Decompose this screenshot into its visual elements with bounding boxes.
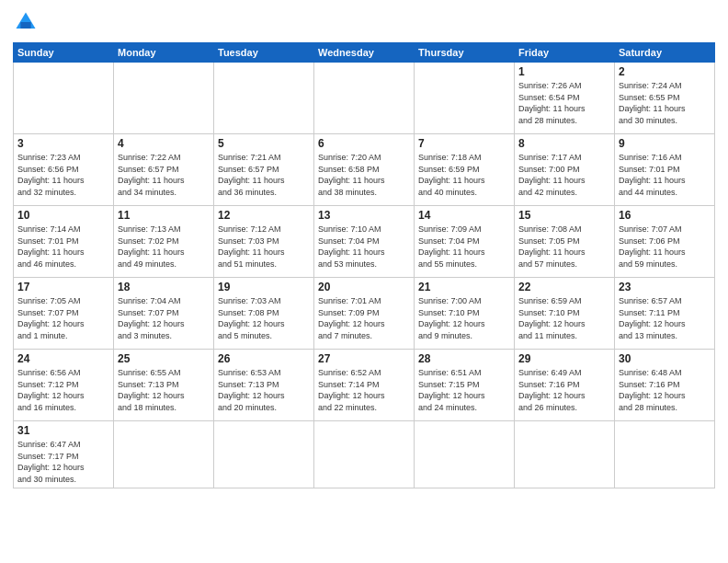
calendar-cell: 11Sunrise: 7:13 AM Sunset: 7:02 PM Dayli… [114, 206, 214, 278]
calendar-cell: 9Sunrise: 7:16 AM Sunset: 7:01 PM Daylig… [615, 134, 715, 206]
calendar-cell: 20Sunrise: 7:01 AM Sunset: 7:09 PM Dayli… [314, 278, 415, 350]
day-info: Sunrise: 7:13 AM Sunset: 7:02 PM Dayligh… [118, 224, 210, 270]
day-number: 18 [118, 281, 210, 293]
calendar-cell: 16Sunrise: 7:07 AM Sunset: 7:06 PM Dayli… [615, 206, 715, 278]
logo [13, 9, 42, 35]
day-info: Sunrise: 7:03 AM Sunset: 7:08 PM Dayligh… [218, 295, 310, 341]
calendar-cell: 17Sunrise: 7:05 AM Sunset: 7:07 PM Dayli… [14, 278, 114, 350]
calendar-table: SundayMondayTuesdayWednesdayThursdayFrid… [13, 42, 715, 488]
day-info: Sunrise: 6:57 AM Sunset: 7:11 PM Dayligh… [619, 295, 711, 341]
day-info: Sunrise: 6:48 AM Sunset: 7:16 PM Dayligh… [619, 367, 711, 413]
header [13, 9, 715, 35]
calendar-cell: 12Sunrise: 7:12 AM Sunset: 7:03 PM Dayli… [214, 206, 314, 278]
day-number: 16 [619, 209, 711, 222]
day-number: 7 [418, 137, 510, 150]
calendar-cell: 26Sunrise: 6:53 AM Sunset: 7:13 PM Dayli… [214, 350, 314, 421]
day-number: 26 [218, 352, 310, 365]
day-number: 14 [418, 209, 510, 222]
calendar-cell: 27Sunrise: 6:52 AM Sunset: 7:14 PM Dayli… [314, 350, 415, 421]
day-number: 12 [218, 209, 310, 222]
day-info: Sunrise: 7:24 AM Sunset: 6:55 PM Dayligh… [619, 80, 711, 126]
calendar-cell [314, 421, 415, 488]
calendar-cell: 25Sunrise: 6:55 AM Sunset: 7:13 PM Dayli… [114, 350, 214, 421]
day-number: 23 [619, 281, 711, 293]
calendar-cell [415, 421, 515, 488]
day-number: 5 [218, 137, 310, 150]
calendar-cell: 3Sunrise: 7:23 AM Sunset: 6:56 PM Daylig… [14, 134, 114, 206]
calendar-cell: 24Sunrise: 6:56 AM Sunset: 7:12 PM Dayli… [14, 350, 114, 421]
calendar-cell: 23Sunrise: 6:57 AM Sunset: 7:11 PM Dayli… [615, 278, 715, 350]
day-info: Sunrise: 7:10 AM Sunset: 7:04 PM Dayligh… [318, 224, 410, 270]
calendar-row: 31Sunrise: 6:47 AM Sunset: 7:17 PM Dayli… [14, 421, 715, 488]
calendar-cell: 10Sunrise: 7:14 AM Sunset: 7:01 PM Dayli… [14, 206, 114, 278]
day-info: Sunrise: 6:59 AM Sunset: 7:10 PM Dayligh… [518, 295, 610, 341]
calendar-cell: 30Sunrise: 6:48 AM Sunset: 7:16 PM Dayli… [615, 350, 715, 421]
day-info: Sunrise: 7:22 AM Sunset: 6:57 PM Dayligh… [118, 152, 210, 198]
day-number: 4 [118, 137, 210, 150]
day-info: Sunrise: 7:12 AM Sunset: 7:03 PM Dayligh… [218, 224, 310, 270]
calendar-cell: 29Sunrise: 6:49 AM Sunset: 7:16 PM Dayli… [515, 350, 615, 421]
calendar-cell: 1Sunrise: 7:26 AM Sunset: 6:54 PM Daylig… [515, 63, 615, 134]
day-info: Sunrise: 6:49 AM Sunset: 7:16 PM Dayligh… [518, 367, 610, 413]
calendar-cell: 5Sunrise: 7:21 AM Sunset: 6:57 PM Daylig… [214, 134, 314, 206]
weekday-header-thursday: Thursday [415, 43, 515, 63]
day-info: Sunrise: 6:47 AM Sunset: 7:17 PM Dayligh… [17, 439, 109, 485]
calendar-cell: 31Sunrise: 6:47 AM Sunset: 7:17 PM Dayli… [14, 421, 114, 488]
day-info: Sunrise: 7:07 AM Sunset: 7:06 PM Dayligh… [619, 224, 711, 270]
day-number: 30 [619, 352, 711, 365]
weekday-header-monday: Monday [114, 43, 214, 63]
day-number: 17 [17, 281, 109, 293]
day-info: Sunrise: 7:21 AM Sunset: 6:57 PM Dayligh… [218, 152, 310, 198]
day-info: Sunrise: 6:52 AM Sunset: 7:14 PM Dayligh… [318, 367, 410, 413]
calendar-row: 1Sunrise: 7:26 AM Sunset: 6:54 PM Daylig… [14, 63, 715, 134]
day-info: Sunrise: 7:20 AM Sunset: 6:58 PM Dayligh… [318, 152, 410, 198]
calendar-row: 17Sunrise: 7:05 AM Sunset: 7:07 PM Dayli… [14, 278, 715, 350]
weekday-header-saturday: Saturday [615, 43, 715, 63]
day-info: Sunrise: 6:53 AM Sunset: 7:13 PM Dayligh… [218, 367, 310, 413]
day-number: 27 [318, 352, 410, 365]
calendar-cell: 2Sunrise: 7:24 AM Sunset: 6:55 PM Daylig… [615, 63, 715, 134]
day-number: 11 [118, 209, 210, 222]
calendar-cell [114, 63, 214, 134]
day-number: 13 [318, 209, 410, 222]
day-info: Sunrise: 7:00 AM Sunset: 7:10 PM Dayligh… [418, 295, 510, 341]
day-number: 10 [17, 209, 109, 222]
calendar-cell: 28Sunrise: 6:51 AM Sunset: 7:15 PM Dayli… [415, 350, 515, 421]
day-info: Sunrise: 7:04 AM Sunset: 7:07 PM Dayligh… [118, 295, 210, 341]
day-info: Sunrise: 7:01 AM Sunset: 7:09 PM Dayligh… [318, 295, 410, 341]
weekday-header-friday: Friday [515, 43, 615, 63]
calendar-cell: 14Sunrise: 7:09 AM Sunset: 7:04 PM Dayli… [415, 206, 515, 278]
weekday-header-row: SundayMondayTuesdayWednesdayThursdayFrid… [14, 43, 715, 63]
day-number: 15 [518, 209, 610, 222]
day-info: Sunrise: 7:18 AM Sunset: 6:59 PM Dayligh… [418, 152, 510, 198]
day-number: 31 [17, 424, 109, 437]
weekday-header-sunday: Sunday [14, 43, 114, 63]
day-number: 20 [318, 281, 410, 293]
day-info: Sunrise: 7:17 AM Sunset: 7:00 PM Dayligh… [518, 152, 610, 198]
calendar-row: 24Sunrise: 6:56 AM Sunset: 7:12 PM Dayli… [14, 350, 715, 421]
calendar-row: 3Sunrise: 7:23 AM Sunset: 6:56 PM Daylig… [14, 134, 715, 206]
day-number: 25 [118, 352, 210, 365]
day-number: 24 [17, 352, 109, 365]
calendar-cell: 7Sunrise: 7:18 AM Sunset: 6:59 PM Daylig… [415, 134, 515, 206]
day-info: Sunrise: 7:26 AM Sunset: 6:54 PM Dayligh… [518, 80, 610, 126]
page: SundayMondayTuesdayWednesdayThursdayFrid… [0, 0, 728, 563]
calendar-cell [214, 63, 314, 134]
calendar-cell: 22Sunrise: 6:59 AM Sunset: 7:10 PM Dayli… [515, 278, 615, 350]
calendar-cell: 18Sunrise: 7:04 AM Sunset: 7:07 PM Dayli… [114, 278, 214, 350]
calendar-cell: 4Sunrise: 7:22 AM Sunset: 6:57 PM Daylig… [114, 134, 214, 206]
day-info: Sunrise: 6:56 AM Sunset: 7:12 PM Dayligh… [17, 367, 109, 413]
calendar-cell: 13Sunrise: 7:10 AM Sunset: 7:04 PM Dayli… [314, 206, 415, 278]
calendar-cell [14, 63, 114, 134]
day-info: Sunrise: 7:16 AM Sunset: 7:01 PM Dayligh… [619, 152, 711, 198]
calendar-cell [615, 421, 715, 488]
calendar-cell [214, 421, 314, 488]
day-number: 21 [418, 281, 510, 293]
day-info: Sunrise: 7:09 AM Sunset: 7:04 PM Dayligh… [418, 224, 510, 270]
logo-icon [13, 9, 39, 35]
calendar-row: 10Sunrise: 7:14 AM Sunset: 7:01 PM Dayli… [14, 206, 715, 278]
calendar-cell [114, 421, 214, 488]
day-number: 28 [418, 352, 510, 365]
day-number: 19 [218, 281, 310, 293]
calendar-cell [314, 63, 415, 134]
